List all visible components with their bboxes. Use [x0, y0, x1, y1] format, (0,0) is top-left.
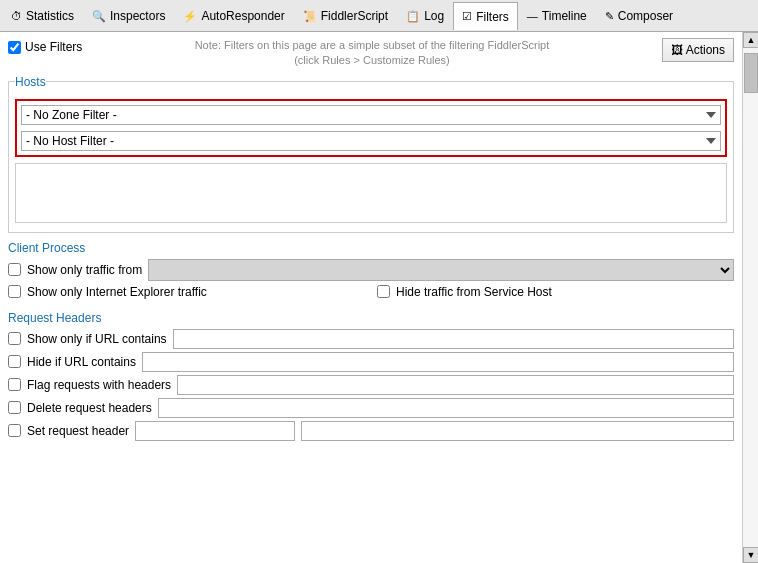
hide-service-checkbox[interactable]	[377, 285, 390, 298]
scroll-down-button[interactable]: ▼	[743, 547, 758, 563]
client-process-label: Client Process	[8, 241, 734, 255]
actions-button[interactable]: 🖼 Actions	[662, 38, 734, 62]
flag-headers-input[interactable]	[177, 375, 734, 395]
flag-headers-row: Flag requests with headers	[8, 375, 734, 395]
show-if-url-input[interactable]	[173, 329, 734, 349]
scroll-track[interactable]	[743, 48, 758, 547]
autoresponder-icon: ⚡	[183, 10, 197, 23]
two-col-row: Show only Internet Explorer traffic Hide…	[8, 285, 734, 303]
show-ie-row: Show only Internet Explorer traffic	[8, 285, 365, 299]
tab-inspectors[interactable]: 🔍 Inspectors	[83, 2, 174, 30]
scroll-up-button[interactable]: ▲	[743, 32, 758, 48]
hide-if-url-label: Hide if URL contains	[27, 355, 136, 369]
hide-if-url-input[interactable]	[142, 352, 734, 372]
show-if-url-row: Show only if URL contains	[8, 329, 734, 349]
client-process-section: Client Process Show only traffic from Sh…	[8, 241, 734, 303]
hosts-section: Hosts - No Zone Filter - Zone 1 Zone 2 -…	[8, 75, 734, 233]
request-headers-label: Request Headers	[8, 311, 734, 325]
show-if-url-label: Show only if URL contains	[27, 332, 167, 346]
request-headers-section: Request Headers Show only if URL contain…	[8, 311, 734, 441]
statistics-icon: ⏱	[11, 10, 22, 22]
log-icon: 📋	[406, 10, 420, 23]
hide-if-url-row: Hide if URL contains	[8, 352, 734, 372]
zone-filter-select[interactable]: - No Zone Filter - Zone 1 Zone 2	[21, 105, 721, 125]
fiddlerscript-icon: 📜	[303, 10, 317, 23]
hosts-filter-box: - No Zone Filter - Zone 1 Zone 2 - No Ho…	[15, 99, 727, 157]
delete-headers-checkbox[interactable]	[8, 401, 21, 414]
use-filters-label[interactable]: Use Filters	[8, 40, 82, 54]
show-traffic-checkbox[interactable]	[8, 263, 21, 276]
hosts-label: Hosts	[15, 75, 46, 89]
flag-headers-checkbox[interactable]	[8, 378, 21, 391]
inspectors-icon: 🔍	[92, 10, 106, 23]
set-header-name-input[interactable]	[135, 421, 295, 441]
content-area: Use Filters Note: Filters on this page a…	[0, 32, 758, 563]
set-header-value-input[interactable]	[301, 421, 734, 441]
tab-bar: ⏱ Statistics 🔍 Inspectors ⚡ AutoResponde…	[0, 0, 758, 32]
main-content: Use Filters Note: Filters on this page a…	[0, 32, 742, 563]
tab-autoresponder[interactable]: ⚡ AutoResponder	[174, 2, 293, 30]
hide-service-row: Hide traffic from Service Host	[377, 285, 734, 299]
filters-icon: ☑	[462, 10, 472, 23]
show-traffic-row: Show only traffic from	[8, 259, 734, 281]
tab-filters[interactable]: ☑ Filters	[453, 2, 518, 30]
tab-statistics[interactable]: ⏱ Statistics	[2, 2, 83, 30]
set-header-label: Set request header	[27, 424, 129, 438]
hide-if-url-checkbox[interactable]	[8, 355, 21, 368]
show-ie-label: Show only Internet Explorer traffic	[27, 285, 207, 299]
actions-icon: 🖼	[671, 43, 683, 57]
set-header-checkbox[interactable]	[8, 424, 21, 437]
tab-timeline[interactable]: — Timeline	[518, 2, 596, 30]
delete-headers-label: Delete request headers	[27, 401, 152, 415]
show-ie-checkbox[interactable]	[8, 285, 21, 298]
delete-headers-input[interactable]	[158, 398, 734, 418]
set-header-row: Set request header	[8, 421, 734, 441]
delete-headers-row: Delete request headers	[8, 398, 734, 418]
use-filters-checkbox[interactable]	[8, 41, 21, 54]
note-text: Note: Filters on this page are a simple …	[90, 38, 653, 69]
hosts-textarea[interactable]	[15, 163, 727, 223]
show-if-url-checkbox[interactable]	[8, 332, 21, 345]
composer-icon: ✎	[605, 10, 614, 23]
timeline-icon: —	[527, 10, 538, 22]
show-traffic-label: Show only traffic from	[27, 263, 142, 277]
tab-composer[interactable]: ✎ Composer	[596, 2, 682, 30]
top-row: Use Filters Note: Filters on this page a…	[8, 38, 734, 69]
main-container: ⏱ Statistics 🔍 Inspectors ⚡ AutoResponde…	[0, 0, 758, 563]
hide-service-label: Hide traffic from Service Host	[396, 285, 552, 299]
scrollbar: ▲ ▼	[742, 32, 758, 563]
flag-headers-label: Flag requests with headers	[27, 378, 171, 392]
process-dropdown[interactable]	[148, 259, 734, 281]
host-filter-select[interactable]: - No Host Filter - Host 1 Host 2	[21, 131, 721, 151]
scroll-thumb[interactable]	[744, 53, 758, 93]
tab-log[interactable]: 📋 Log	[397, 2, 453, 30]
tab-fiddlerscript[interactable]: 📜 FiddlerScript	[294, 2, 397, 30]
